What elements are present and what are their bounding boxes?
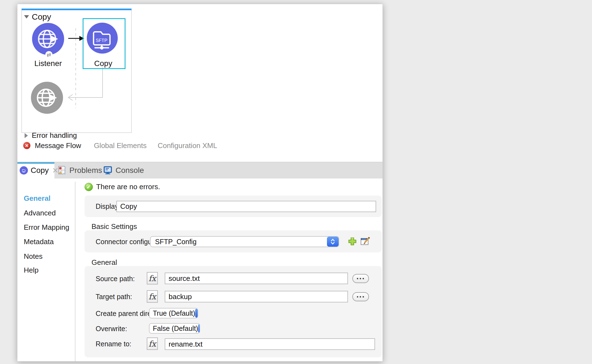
editor-tabs: Message Flow Global Elements Configurati… <box>23 142 228 149</box>
listener-node-label: Listener <box>27 59 69 68</box>
tab-copy[interactable]: Copy <box>17 162 54 179</box>
tab-problems-label: Problems <box>69 166 102 175</box>
no-errors-check-icon <box>85 183 93 191</box>
close-error-icon[interactable] <box>23 142 30 149</box>
view-tabbar: Copy Problems Console <box>17 162 383 178</box>
sidebar-item-notes[interactable]: Notes <box>24 252 43 261</box>
updown-chevron-icon <box>198 324 200 333</box>
tab-message-flow[interactable]: Message Flow <box>35 141 81 150</box>
tab-global-elements[interactable]: Global Elements <box>94 141 147 150</box>
source-path-input[interactable] <box>165 273 348 284</box>
tab-console-label: Console <box>116 166 144 175</box>
edit-config-button[interactable] <box>360 236 370 246</box>
copy-node[interactable]: SFTP <box>87 23 118 54</box>
overwrite-label: Overwrite: <box>96 325 127 333</box>
fx-button-target[interactable]: fx <box>147 290 158 303</box>
target-path-label: Target path: <box>96 293 132 301</box>
globe-arrow-icon <box>32 23 64 55</box>
fx-button-rename[interactable]: fx <box>147 337 158 350</box>
updown-chevron-icon <box>327 237 339 247</box>
create-parent-select[interactable]: True (Default) <box>149 308 198 318</box>
rename-to-input[interactable] <box>165 338 375 350</box>
add-config-button[interactable] <box>348 237 357 246</box>
tab-console[interactable]: Console <box>103 162 159 179</box>
overwrite-select[interactable]: False (Default) <box>149 323 200 334</box>
sftp-mini-icon <box>20 166 28 175</box>
rename-to-label: Rename to: <box>96 340 131 348</box>
display-name-input[interactable] <box>116 201 376 212</box>
sidebar-item-help[interactable]: Help <box>24 266 38 275</box>
problems-icon <box>58 166 66 175</box>
connector-config-select[interactable]: SFTP_Config <box>150 236 339 247</box>
target-path-input[interactable] <box>165 291 348 302</box>
status-text: There are no errors. <box>96 183 160 191</box>
expand-triangle-icon[interactable] <box>25 133 28 138</box>
updown-chevron-icon <box>195 308 198 318</box>
status-row: There are no errors. <box>85 183 160 191</box>
swap-badge-icon <box>45 51 53 58</box>
console-icon <box>103 166 112 175</box>
listener-node[interactable] <box>32 23 64 55</box>
sidebar-item-advanced[interactable]: Advanced <box>24 209 56 217</box>
tab-configuration-xml[interactable]: Configuration XML <box>158 141 217 150</box>
connector-config-value: SFTP_Config <box>151 238 327 246</box>
general-heading: General <box>91 258 117 267</box>
tab-accent-bar <box>17 162 54 164</box>
copy-node-label: Copy <box>83 59 124 68</box>
sidebar-item-general[interactable]: General <box>24 194 51 203</box>
source-path-label: Source path: <box>96 275 135 283</box>
create-parent-value: True (Default) <box>150 309 195 317</box>
sidebar-item-metadata[interactable]: Metadata <box>24 238 54 246</box>
basic-settings-heading: Basic Settings <box>91 222 137 231</box>
response-connector <box>69 67 103 97</box>
tab-copy-label: Copy <box>31 166 49 175</box>
sftp-badge-text: SFTP <box>96 38 107 43</box>
fx-button-source[interactable]: fx <box>147 272 158 284</box>
sidebar-item-error-mapping[interactable]: Error Mapping <box>24 223 69 232</box>
error-handling-label: Error handling <box>32 131 77 140</box>
overwrite-value: False (Default) <box>150 325 198 333</box>
sftp-folder-icon: SFTP <box>87 23 118 54</box>
browse-button-source[interactable]: ... <box>352 274 369 283</box>
flow-container[interactable]: Copy Listener <box>22 9 132 133</box>
error-listener-node[interactable] <box>31 82 63 114</box>
properties-sidebar-divider <box>75 182 75 361</box>
globe-arrow-gray-icon <box>31 82 63 114</box>
studio-window: Copy Listener <box>17 4 383 362</box>
error-handling-section[interactable]: Error handling <box>25 131 77 140</box>
browse-button-target[interactable]: ... <box>352 292 369 301</box>
